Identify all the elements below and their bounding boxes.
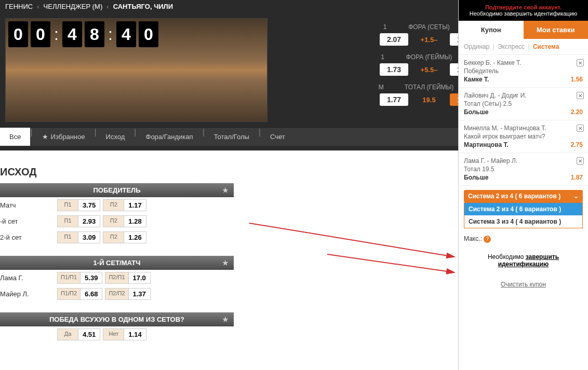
market-row: Лама Г.П1/П15.39П2/П117.0 (0, 270, 234, 286)
bet-name: П1 (58, 232, 78, 243)
tab-outcome[interactable]: Исход (97, 128, 135, 146)
market-header-winner[interactable]: ПОБЕДИТЕЛЬ ★ (0, 183, 234, 197)
tab-handicap[interactable]: Фора/Гандикап (137, 128, 203, 146)
odds-col-label: 1 (372, 23, 398, 31)
odds-line: +1.5– (416, 36, 442, 44)
bet-value: 6.68 (81, 289, 102, 299)
market-header-setmatch[interactable]: 1-Й СЕТ/МАТЧ ★ (0, 256, 234, 270)
tab-all[interactable]: Все (0, 128, 30, 146)
bet-button[interactable]: Да4.51 (57, 328, 100, 340)
market-row: МатчП13.75П21.17 (0, 197, 234, 213)
odds-line: 19.5 (416, 96, 442, 104)
timer-digit: 0 (139, 21, 158, 47)
bet-type-express[interactable]: Экспресс (498, 43, 525, 50)
star-icon[interactable]: ★ (222, 316, 229, 323)
odds-line: +5.5– (416, 66, 442, 74)
bet-type-single[interactable]: Ординар (464, 43, 489, 50)
bet-name: Да (58, 329, 78, 340)
bet-type-system[interactable]: Система (533, 43, 559, 50)
bet-value: 3.09 (78, 232, 100, 243)
star-icon: ★ (42, 133, 48, 141)
bet-name: П1 (58, 216, 78, 227)
bet-button[interactable]: П21.26 (103, 231, 146, 243)
market-row: Да4.51Нет1.14 (0, 326, 234, 342)
bet-button[interactable]: П12.93 (57, 215, 100, 227)
bet-button[interactable]: П13.09 (57, 231, 100, 243)
bet-button[interactable]: П1/П15.39 (57, 272, 102, 284)
verify-banner[interactable]: Подтвердите свой аккаунт. Необходимо зав… (459, 0, 588, 21)
breadcrumb-sub[interactable]: ЧЕЛЛЕНДЖЕР (М) (44, 3, 103, 10)
odds-col-label: 1 (370, 53, 396, 61)
chevron-down-icon: ⌄ (573, 193, 579, 200)
remove-bet-icon[interactable]: ✕ (577, 125, 584, 132)
clear-coupon-link[interactable]: Очистить купон (459, 276, 588, 293)
verify-msg: Необходимо завершить идентификацию (463, 10, 584, 17)
timer-digit: 0 (8, 21, 28, 47)
bet-odd: 1.56 (571, 76, 583, 83)
colon: : (53, 25, 60, 44)
bet-value: 1.17 (124, 200, 145, 211)
bet-market: Тотал (Сеты) 2.5 (464, 100, 583, 107)
bet-button[interactable]: П2/П21.37 (105, 288, 150, 300)
tab-coupon[interactable]: Купон (459, 21, 524, 39)
timer-digit: 8 (85, 21, 104, 47)
tab-score[interactable]: Счет (261, 128, 295, 146)
bet-value: 5.39 (81, 272, 102, 283)
video-preview: 0 0 : 4 8 : 4 0 (5, 18, 268, 122)
remove-bet-icon[interactable]: ✕ (577, 157, 584, 165)
bet-name: П2 (103, 200, 124, 211)
market-header-dry[interactable]: ПОБЕДА ВСУХУЮ В ОДНОМ ИЗ СЕТОВ? ★ (0, 312, 234, 326)
bet-button[interactable]: П1/П26.68 (57, 288, 102, 300)
section-title-outcome: ИСХОД (0, 161, 234, 183)
bet-name: П1/П1 (58, 272, 81, 283)
bet-button[interactable]: Нет1.14 (103, 328, 146, 340)
timer-digit: 4 (62, 21, 82, 47)
odds-button[interactable]: 1.73 (380, 63, 408, 76)
market-row: 2-й сетП13.09П21.26 (0, 229, 234, 245)
market-row-label: Лама Г. (0, 274, 55, 282)
tab-mybets[interactable]: Мои ставки (524, 21, 589, 39)
star-icon[interactable]: ★ (222, 259, 229, 267)
bet-pick: Камке Т. (464, 76, 489, 83)
chevron-icon: ‹ (37, 3, 39, 10)
bet-name: П1 (58, 200, 78, 211)
bet-button[interactable]: П21.17 (103, 199, 146, 211)
system-option[interactable]: Система 2 из 4 ( 6 вариантов ) (464, 203, 582, 215)
tab-totals[interactable]: Тотал/Голы (205, 128, 259, 146)
tab-favorites[interactable]: ★Избранное (33, 128, 95, 146)
market-row-label: Майер Л. (0, 290, 55, 298)
bet-match: Беккер Б. - Камке Т. (464, 59, 583, 66)
bet-value: 17.0 (129, 272, 150, 283)
odds-col-label: М (368, 84, 394, 91)
svg-line-0 (249, 223, 455, 257)
star-icon[interactable]: ★ (222, 186, 229, 194)
bet-value: 4.51 (78, 329, 100, 340)
odds-button[interactable]: 1.77 (380, 93, 408, 106)
bet-value: 1.14 (124, 329, 145, 340)
verify-title: Подтвердите свой аккаунт. (463, 4, 584, 10)
bet-pick: Больше (464, 108, 488, 116)
help-icon[interactable]: ? (484, 236, 491, 243)
bet-value: 1.28 (124, 216, 145, 227)
bet-value: 1.26 (124, 232, 145, 243)
bet-match: Лайович Д. - Додиг И. (464, 92, 583, 99)
bet-market: Какой игрок выиграет матч? (464, 133, 583, 140)
timer-digit: 0 (31, 21, 50, 47)
bet-item: ✕Беккер Б. - Камке Т.ПобедительКамке Т.1… (459, 55, 588, 88)
timer-digit: 4 (116, 21, 136, 47)
max-stake-row: Макс.: ? (459, 232, 588, 245)
bet-value: 1.37 (129, 289, 150, 299)
system-dropdown-button[interactable]: Система 2 из 4 ( 6 вариантов ) ⌄ (464, 190, 583, 202)
system-option[interactable]: Система 3 из 4 ( 4 вариантов ) (464, 215, 582, 228)
bet-match: Минелла М. - Мартинцова Т. (464, 125, 583, 132)
system-dropdown-list: Система 2 из 4 ( 6 вариантов ) Система 3… (464, 202, 583, 228)
odds-button[interactable]: 2.07 (380, 33, 408, 46)
remove-bet-icon[interactable]: ✕ (577, 59, 584, 66)
bet-button[interactable]: П2/П117.0 (105, 272, 150, 284)
bet-item: ✕Минелла М. - Мартинцова Т.Какой игрок в… (459, 120, 588, 153)
odds-market-label: ТОТАЛ (ГЕЙМЫ) (405, 84, 453, 91)
remove-bet-icon[interactable]: ✕ (577, 92, 584, 99)
bet-button[interactable]: П13.75 (57, 199, 100, 211)
breadcrumb-cat[interactable]: ГЕННИС (5, 3, 33, 10)
bet-button[interactable]: П21.28 (103, 215, 146, 227)
